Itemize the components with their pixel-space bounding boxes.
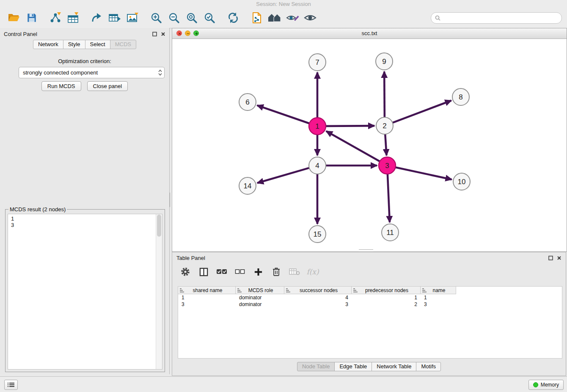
result-scrollbar[interactable] <box>156 214 162 369</box>
tab-node-table[interactable]: Node Table <box>297 362 335 371</box>
criterion-select[interactable]: strongly connected component <box>19 67 165 78</box>
network-edge[interactable] <box>396 167 452 179</box>
network-node[interactable]: 2 <box>376 117 393 134</box>
network-edge[interactable] <box>257 168 309 183</box>
mcds-result-area[interactable]: 13 <box>8 214 162 370</box>
float-panel-icon[interactable] <box>152 32 157 36</box>
open-session-button[interactable] <box>5 9 23 26</box>
zoom-selected-button[interactable] <box>201 9 218 26</box>
tab-mcds[interactable]: MCDS <box>110 40 136 49</box>
network-edge[interactable] <box>326 131 380 161</box>
result-line: 3 <box>8 222 162 228</box>
show-graphics-button[interactable] <box>301 9 319 26</box>
function-builder-button[interactable]: f(x) <box>306 265 319 278</box>
vertical-splitter[interactable] <box>170 193 172 207</box>
export-network-button[interactable] <box>88 9 106 26</box>
column-header-shared-name[interactable]: shared name <box>178 287 236 294</box>
network-edge[interactable] <box>388 174 390 222</box>
network-edge[interactable] <box>257 105 309 124</box>
column-header-predecessor-nodes[interactable]: predecessor nodes <box>352 287 421 294</box>
memory-button-label: Memory <box>541 382 559 388</box>
close-panel-icon[interactable] <box>161 32 165 36</box>
delete-table-button[interactable] <box>288 265 301 278</box>
float-panel-icon[interactable] <box>548 256 553 260</box>
unselect-all-columns-button[interactable] <box>234 265 246 278</box>
network-node[interactable]: 11 <box>382 224 399 241</box>
result-scrollbar-thumb[interactable] <box>157 215 161 237</box>
select-all-columns-button[interactable] <box>215 265 228 278</box>
search-input[interactable] <box>443 14 558 22</box>
tab-network-table[interactable]: Network Table <box>372 362 416 371</box>
network-node[interactable]: 10 <box>453 173 470 190</box>
network-node[interactable]: 6 <box>239 94 256 110</box>
sort-icon <box>180 288 184 293</box>
close-panel-button[interactable]: Close panel <box>87 81 128 91</box>
node-label: 4 <box>315 162 319 170</box>
table-header-row: shared nameMCDS rolesuccessor nodesprede… <box>178 287 562 294</box>
tab-style[interactable]: Style <box>63 40 85 49</box>
zoom-selected-icon <box>204 12 215 24</box>
network-node[interactable]: 9 <box>376 53 393 70</box>
network-node[interactable]: 3 <box>379 157 396 174</box>
zoom-in-button[interactable] <box>147 9 165 26</box>
tab-network[interactable]: Network <box>33 40 63 49</box>
export-table-button[interactable] <box>106 9 124 26</box>
tab-select[interactable]: Select <box>85 40 110 49</box>
horizontal-splitter[interactable] <box>359 249 373 252</box>
home-button[interactable] <box>266 9 284 26</box>
network-from-selection-button[interactable] <box>248 9 266 26</box>
column-header-name[interactable]: name <box>421 287 456 294</box>
table-settings-button[interactable] <box>179 265 192 278</box>
table-toolbar: f(x) <box>172 263 566 280</box>
node-label: 3 <box>385 162 389 170</box>
table-cell: 3 <box>178 301 236 307</box>
sort-icon <box>286 288 290 293</box>
run-mcds-button[interactable]: Run MCDS <box>41 81 81 91</box>
column-header-successor-nodes[interactable]: successor nodes <box>284 287 352 294</box>
main-toolbar <box>0 8 567 28</box>
import-table-button[interactable] <box>64 9 82 26</box>
save-session-button[interactable] <box>23 9 41 26</box>
tab-motifs[interactable]: Motifs <box>416 362 441 371</box>
network-node[interactable]: 4 <box>309 157 326 174</box>
network-node[interactable]: 1 <box>309 118 326 135</box>
memory-button[interactable]: Memory <box>528 380 564 390</box>
network-edge[interactable] <box>326 126 374 126</box>
zoom-out-button[interactable] <box>165 9 183 26</box>
network-canvas[interactable]: 7968124314101511 <box>172 39 566 251</box>
column-header-MCDS-role[interactable]: MCDS role <box>236 287 284 294</box>
maximize-window-icon[interactable] <box>193 30 199 36</box>
table-cell: dominator <box>236 295 284 301</box>
show-columns-button[interactable] <box>197 265 210 278</box>
column-header-label: MCDS role <box>247 287 273 293</box>
node-table: shared nameMCDS rolesuccessor nodesprede… <box>178 286 562 359</box>
network-node[interactable]: 7 <box>309 54 326 71</box>
node-label: 14 <box>244 182 252 190</box>
minimize-window-icon[interactable] <box>185 30 190 36</box>
export-image-button[interactable] <box>124 9 141 26</box>
trash-icon <box>272 267 281 277</box>
window-titlebar[interactable]: Session: New Session <box>0 0 567 8</box>
network-window-titlebar[interactable]: scc.txt <box>172 28 567 39</box>
import-network-button[interactable] <box>47 9 64 26</box>
task-history-button[interactable] <box>4 380 18 390</box>
search-box[interactable] <box>431 12 562 24</box>
network-edge[interactable] <box>385 134 386 155</box>
close-panel-icon[interactable] <box>557 256 561 260</box>
network-edge[interactable] <box>393 100 451 122</box>
tab-edge-table[interactable]: Edge Table <box>334 362 372 371</box>
add-column-button[interactable] <box>252 265 264 278</box>
refresh-button[interactable] <box>224 9 242 26</box>
table-row[interactable]: 1dominator411 <box>178 294 562 301</box>
zoom-fit-button[interactable] <box>183 9 201 26</box>
network-node[interactable]: 15 <box>309 226 326 243</box>
network-node[interactable]: 8 <box>452 88 469 105</box>
close-window-icon[interactable] <box>176 30 182 36</box>
style-preview-button[interactable] <box>284 9 301 26</box>
table-row[interactable]: 3dominator323 <box>178 301 562 308</box>
node-label: 2 <box>383 122 386 130</box>
delete-column-button[interactable] <box>270 265 283 278</box>
network-node[interactable]: 14 <box>239 177 256 194</box>
network-view-window: scc.txt 7968124314101511 <box>172 28 567 252</box>
network-edge[interactable] <box>384 72 385 117</box>
